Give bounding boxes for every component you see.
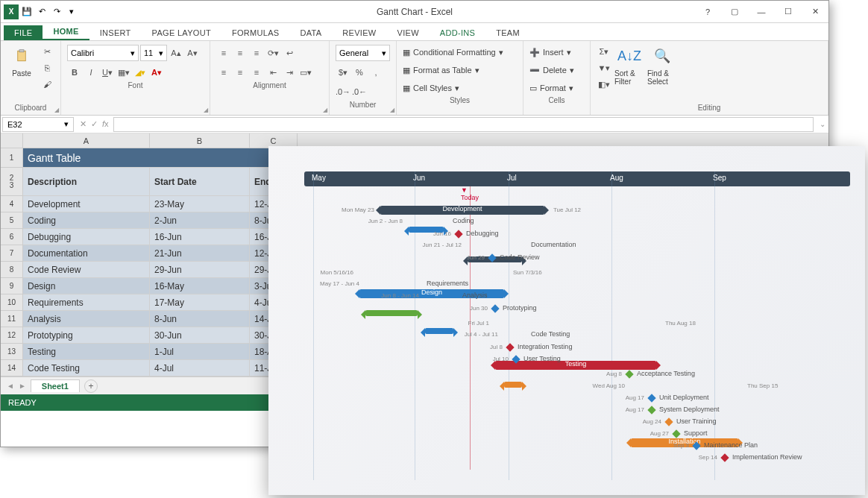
header-description[interactable]: Description [23,168,150,196]
increase-font-button[interactable]: A▴ [169,45,183,60]
paste-button[interactable]: Paste [7,44,37,78]
tab-addins[interactable]: ADD-INS [430,25,485,40]
cell-description[interactable]: Debugging [23,229,150,245]
row-header[interactable]: 9 [1,278,23,294]
col-header-a[interactable]: A [23,133,150,148]
cell-start-date[interactable]: 2-Jun [150,212,250,229]
underline-button[interactable]: U▾ [100,65,115,80]
tab-team[interactable]: TEAM [485,25,530,40]
accounting-button[interactable]: $▾ [336,65,350,80]
cell-start-date[interactable]: 4-Jul [150,360,250,376]
sheet-nav-next-icon[interactable]: ► [19,382,26,390]
font-color-button[interactable]: A▾ [149,65,164,80]
sort-filter-button[interactable]: A↓Z Sort & Filter [614,44,644,86]
tab-file[interactable]: FILE [4,25,43,40]
tab-review[interactable]: REVIEW [332,25,386,40]
row-header[interactable]: 8 [1,262,23,278]
row-header[interactable]: 14 [1,360,23,376]
decrease-indent-button[interactable]: ⇤ [265,65,280,80]
row-header[interactable]: 11 [1,311,23,327]
add-sheet-button[interactable]: + [84,379,98,393]
number-format-select[interactable]: General▾ [336,45,390,61]
qat-save-button[interactable]: 💾 [20,5,34,19]
borders-button[interactable]: ▦▾ [116,65,131,80]
cell-start-date[interactable]: 17-May [150,294,250,311]
help-button[interactable]: ? [697,4,718,19]
delete-cells-button[interactable]: ➖Delete▾ [529,62,584,78]
align-center-button[interactable]: ≡ [233,65,248,80]
cell-description[interactable]: Requirements [23,294,150,311]
tab-view[interactable]: VIEW [387,25,430,40]
close-button[interactable]: ✕ [805,4,825,19]
header-start-date[interactable]: Start Date [150,168,250,196]
cell-start-date[interactable]: 23-May [150,196,250,212]
tab-insert[interactable]: INSERT [89,25,142,40]
tab-home[interactable]: HOME [43,24,89,40]
cell-description[interactable]: Analysis [23,311,150,327]
format-painter-button[interactable]: 🖌 [40,77,54,92]
cell-description[interactable]: Design [23,278,150,294]
alignment-launcher-icon[interactable]: ◢ [323,107,327,113]
cell-description[interactable]: Testing [23,344,150,360]
expand-formula-bar-icon[interactable]: ⌄ [817,120,828,128]
cell-description[interactable]: Documentation [23,245,150,262]
merge-button[interactable]: ▭▾ [298,65,313,80]
row-header[interactable]: 7 [1,245,23,262]
font-size-select[interactable]: 11▾ [140,45,167,61]
sheet-nav-prev-icon[interactable]: ◄ [7,382,14,390]
qat-redo-button[interactable]: ↷ [50,5,63,19]
cell-start-date[interactable]: 21-Jun [150,245,250,262]
autosum-button[interactable]: Σ▾ [597,44,611,59]
fx-icon[interactable]: fx [102,119,109,129]
name-box[interactable]: E32▾ [2,117,74,132]
find-select-button[interactable]: 🔍 Find & Select [647,44,677,86]
comma-button[interactable]: , [368,65,383,80]
minimize-button[interactable]: — [751,4,772,19]
number-launcher-icon[interactable]: ◢ [390,107,394,113]
sheet-tab-sheet1[interactable]: Sheet1 [31,379,80,392]
row-header[interactable]: 13 [1,344,23,360]
cell-start-date[interactable]: 16-Jun [150,229,250,245]
cell-start-date[interactable]: 16-May [150,278,250,294]
fill-color-button[interactable]: ◢▾ [133,65,148,80]
row-header[interactable]: 10 [1,294,23,311]
cell-start-date[interactable]: 30-Jun [150,327,250,344]
cell-start-date[interactable]: 29-Jun [150,262,250,278]
qat-undo-button[interactable]: ↶ [35,5,48,19]
cell-styles-button[interactable]: ▦Cell Styles▾ [403,80,517,96]
cell-description[interactable]: Code Review [23,262,150,278]
table-title-cell[interactable]: Gantt Table [23,148,298,168]
increase-decimal-button[interactable]: .0→ [336,84,350,99]
align-right-button[interactable]: ≡ [249,65,264,80]
maximize-button[interactable]: ☐ [778,4,799,19]
wrap-text-button[interactable]: ↩ [282,45,297,60]
cut-button[interactable]: ✂ [40,44,54,59]
col-header-b[interactable]: B [150,133,250,148]
align-top-button[interactable]: ≡ [216,45,231,60]
align-middle-button[interactable]: ≡ [233,45,248,60]
copy-button[interactable]: ⎘ [40,60,54,75]
formula-bar[interactable] [113,117,814,132]
bold-button[interactable]: B [67,65,82,80]
increase-indent-button[interactable]: ⇥ [282,65,297,80]
clear-button[interactable]: ◧▾ [597,77,611,92]
tab-formulas[interactable]: FORMULAS [221,25,290,40]
decrease-decimal-button[interactable]: .0← [352,84,367,99]
row-header[interactable]: 1 [1,148,23,168]
row-header[interactable]: 5 [1,212,23,229]
fill-button[interactable]: ▼▾ [597,60,611,75]
select-all-corner[interactable] [1,133,23,148]
row-header[interactable]: 23 [1,168,23,196]
cell-description[interactable]: Prototyping [23,327,150,344]
format-cells-button[interactable]: ▭Format▾ [529,80,584,96]
format-as-table-button[interactable]: ▦Format as Table▾ [403,62,517,78]
font-name-select[interactable]: Calibri▾ [67,45,139,61]
row-header[interactable]: 4 [1,196,23,212]
cell-start-date[interactable]: 1-Jul [150,344,250,360]
cell-description[interactable]: Coding [23,212,150,229]
align-left-button[interactable]: ≡ [216,65,231,80]
align-bottom-button[interactable]: ≡ [249,45,264,60]
conditional-formatting-button[interactable]: ▦Conditional Formatting▾ [403,44,517,60]
ribbon-display-button[interactable]: ▢ [724,4,745,19]
cell-description[interactable]: Code Testing [23,360,150,376]
